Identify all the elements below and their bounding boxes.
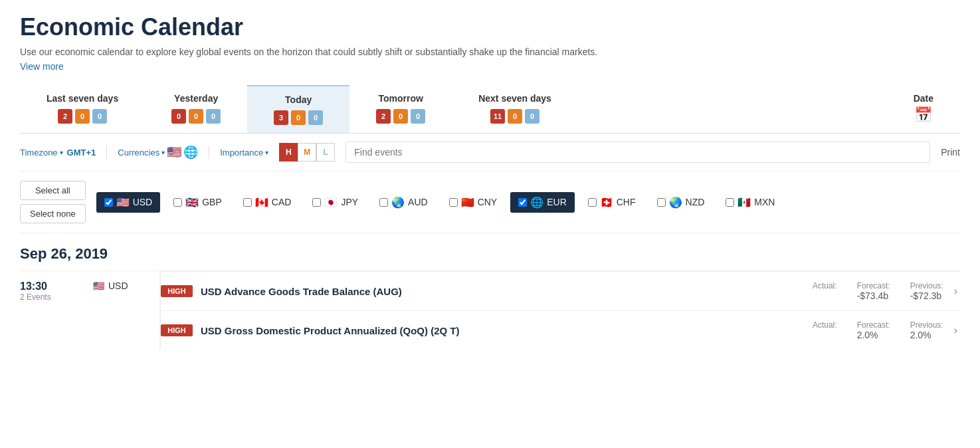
event-2-forecast-value: 2.0% [857, 330, 878, 340]
tab-tomorrow-label: Tomorrow [378, 93, 423, 104]
event-2-previous: Previous: 2.0% [910, 320, 943, 340]
currency-mxn-label: MXN [754, 197, 775, 207]
currency-aud[interactable]: 🌏 AUD [371, 192, 436, 213]
event-1-forecast-value: -$73.4b [857, 290, 888, 301]
badge-red-tomorrow: 2 [376, 109, 391, 124]
flag-aud-icon: 🌏 [391, 196, 405, 209]
currency-chf-checkbox[interactable] [588, 198, 597, 207]
event-2-actual-label: Actual: [813, 320, 837, 330]
event-1-forecast: Forecast: -$73.4b [857, 281, 890, 301]
page-container: Economic Calendar Use our economic calen… [0, 0, 980, 368]
badge-blue-yesterday: 0 [206, 109, 221, 124]
currency-nzd-checkbox[interactable] [657, 198, 666, 207]
currency-mxn[interactable]: 🇲🇽 MXN [718, 192, 783, 213]
tab-date-label: Date [914, 93, 933, 104]
badge-red-next7: 11 [490, 109, 505, 124]
currency-jpy-label: JPY [341, 197, 358, 207]
tab-today[interactable]: Today 3 0 0 [247, 85, 349, 133]
flag-jpy-icon: 🇯🇵 [324, 196, 338, 209]
flag-eu-icon: 🌐 [183, 145, 198, 160]
search-input[interactable] [345, 142, 930, 163]
currency-cad-label: CAD [272, 197, 292, 207]
badge-blue-last7: 0 [92, 109, 107, 124]
event-1-importance-badge: HIGH [161, 285, 193, 297]
importance-medium-btn[interactable]: M [298, 143, 316, 162]
event-2-importance-badge: HIGH [161, 324, 193, 336]
currency-jpy-checkbox[interactable] [312, 198, 321, 207]
currency-cny-checkbox[interactable] [449, 198, 458, 207]
flag-nzd-icon: 🌏 [669, 196, 682, 209]
currency-mxn-checkbox[interactable] [726, 198, 734, 207]
badge-orange-next7: 0 [508, 109, 522, 124]
select-none-button[interactable]: Select none [20, 204, 86, 223]
currency-eur-checkbox[interactable] [518, 198, 527, 207]
event-time: 13:30 [20, 280, 80, 292]
tab-date[interactable]: Date 📅 [887, 85, 960, 133]
tab-yesterday-badges: 0 0 0 [171, 109, 221, 124]
tab-next7[interactable]: Next seven days 11 0 0 [452, 85, 578, 133]
currency-eur-label: EUR [547, 197, 567, 207]
currency-cad-checkbox[interactable] [243, 198, 252, 207]
importance-filter-label: Importance ▾ [220, 148, 268, 158]
badge-red-today: 3 [274, 110, 288, 125]
currency-cny[interactable]: 🇨🇳 CNY [441, 192, 506, 213]
flag-usd-icon: 🇺🇸 [116, 196, 130, 209]
currency-jpy[interactable]: 🇯🇵 JPY [304, 192, 366, 213]
event-1-previous: Previous: -$72.3b [910, 281, 943, 301]
tab-last7[interactable]: Last seven days 2 0 0 [20, 85, 145, 133]
currency-gbp-checkbox[interactable] [173, 198, 182, 207]
tab-yesterday-label: Yesterday [174, 93, 218, 104]
select-all-button[interactable]: Select all [20, 181, 86, 200]
event-2-name: USD Gross Domestic Product Annualized (Q… [201, 325, 805, 336]
tabs-row: Last seven days 2 0 0 Yesterday 0 0 0 To… [20, 85, 960, 134]
currency-usd[interactable]: 🇺🇸 USD [96, 192, 161, 213]
currencies-filter[interactable]: Currencies ▾ 🇺🇸 🌐 [118, 145, 198, 160]
flag-chf-icon: 🇨🇭 [600, 196, 613, 209]
tab-today-badges: 3 0 0 [274, 110, 323, 125]
currency-eur[interactable]: 🌐 EUR [510, 192, 575, 213]
badge-blue-today: 0 [308, 110, 323, 125]
timezone-filter[interactable]: Timezone ▾ GMT+1 [20, 148, 96, 158]
importance-high-btn[interactable]: H [279, 143, 298, 162]
flag-cny-icon: 🇨🇳 [461, 196, 474, 209]
event-1-actual-label: Actual: [813, 281, 837, 290]
tab-today-label: Today [285, 94, 312, 105]
print-button[interactable]: Print [941, 147, 960, 158]
currency-nzd[interactable]: 🌏 NZD [649, 192, 713, 213]
event-1-expand-button[interactable]: › [951, 282, 960, 300]
currency-cny-label: CNY [478, 197, 498, 207]
importance-low-btn[interactable]: L [316, 143, 335, 162]
flag-us-icon: 🇺🇸 [167, 145, 181, 160]
event-time-block: 13:30 2 Events [20, 280, 80, 302]
currency-selector: Select all Select none 🇺🇸 USD 🇬🇧 GBP 🇨🇦 … [20, 171, 960, 233]
event-count: 2 Events [20, 292, 80, 302]
timezone-value: GMT+1 [67, 148, 96, 158]
view-more-link[interactable]: View more [20, 61, 64, 72]
event-currency-flag-icon: 🇺🇸 [93, 280, 104, 291]
event-time-area: 13:30 2 Events 🇺🇸 USD [20, 271, 153, 350]
filter-divider-1 [106, 146, 107, 159]
badge-orange-today: 0 [291, 110, 306, 125]
badge-orange-yesterday: 0 [189, 109, 203, 124]
tab-yesterday[interactable]: Yesterday 0 0 0 [145, 85, 247, 133]
event-1-stats: Actual: Forecast: -$73.4b Previous: -$72… [813, 281, 943, 301]
tab-last7-badges: 2 0 0 [58, 109, 107, 124]
event-row-1-inner: HIGH USD Advance Goods Trade Balance (AU… [161, 281, 960, 301]
flag-cad-icon: 🇨🇦 [255, 196, 268, 209]
event-2-forecast-label: Forecast: [857, 320, 890, 330]
currency-chf[interactable]: 🇨🇭 CHF [580, 192, 644, 213]
currency-cad[interactable]: 🇨🇦 CAD [235, 192, 300, 213]
event-2-expand-button[interactable]: › [951, 322, 960, 339]
currency-gbp[interactable]: 🇬🇧 GBP [165, 192, 230, 213]
events-block: 13:30 2 Events 🇺🇸 USD HIGH USD Advance G… [20, 271, 960, 350]
currency-usd-checkbox[interactable] [104, 198, 113, 207]
event-row-1: HIGH USD Advance Goods Trade Balance (AU… [161, 271, 960, 310]
flag-eur-icon: 🌐 [530, 196, 543, 209]
event-1-previous-label: Previous: [910, 281, 943, 290]
page-description: Use our economic calendar to explore key… [20, 47, 960, 57]
tab-tomorrow[interactable]: Tomorrow 2 0 0 [349, 85, 452, 133]
currency-aud-checkbox[interactable] [379, 198, 388, 207]
tab-next7-label: Next seven days [478, 93, 551, 104]
event-row-2: HIGH USD Gross Domestic Product Annualiz… [161, 310, 960, 350]
tab-next7-badges: 11 0 0 [490, 109, 539, 124]
